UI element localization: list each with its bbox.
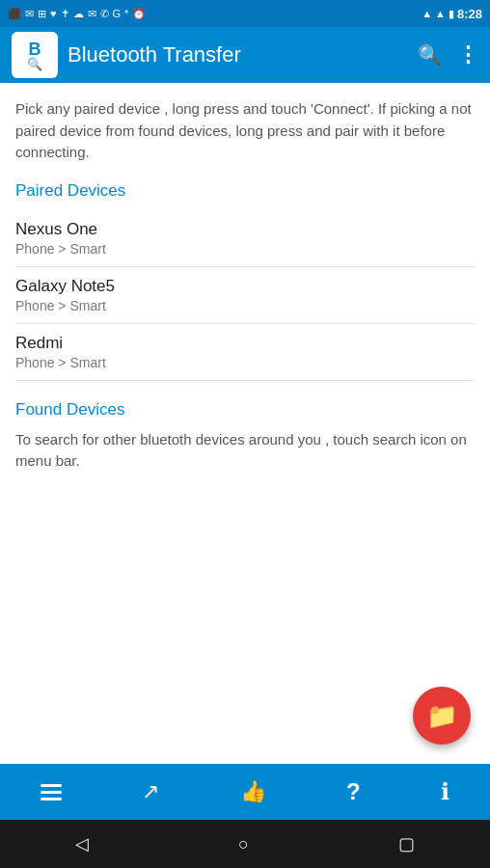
heart-icon: ♥	[50, 8, 57, 19]
logo-letter: B	[29, 41, 41, 58]
google-icon: G	[113, 8, 122, 19]
device-type: Phone > Smart	[15, 355, 475, 370]
nav-info-button[interactable]: ℹ	[429, 773, 461, 811]
cloud-icon: ☁	[73, 8, 84, 20]
share-icon: ↗	[142, 779, 159, 804]
help-icon: ?	[346, 778, 361, 805]
paired-devices-section: Paired Devices Nexus One Phone > Smart G…	[15, 181, 475, 381]
back-button[interactable]: ◁	[60, 827, 104, 860]
fab-button[interactable]	[413, 687, 471, 745]
nav-help-button[interactable]: ?	[335, 773, 372, 811]
main-content: Pick any paired device , long press and …	[0, 83, 490, 764]
nav-share-button[interactable]: ↗	[130, 773, 171, 810]
device-type: Phone > Smart	[15, 241, 475, 257]
wifi-icon: ▲	[435, 8, 446, 19]
clock: 8:28	[457, 7, 482, 21]
nav-like-button[interactable]: 👍	[229, 773, 278, 810]
info-icon: ℹ	[441, 778, 449, 805]
top-app-bar: B 🔍 Bluetooth Transfer	[0, 27, 490, 83]
mail2-icon: ✉	[88, 8, 96, 20]
folder-icon	[426, 701, 457, 731]
paired-devices-title: Paired Devices	[15, 181, 475, 201]
status-bar-right: ▲ ▲ ▮ 8:28	[422, 7, 482, 21]
list-item[interactable]: Nexus One Phone > Smart	[15, 210, 475, 267]
device-type: Phone > Smart	[15, 298, 475, 313]
bluetooth-icon: *	[124, 8, 128, 19]
app-title: Bluetooth Transfer	[68, 42, 418, 68]
grid-icon: ⊞	[38, 8, 46, 20]
nav-menu-button[interactable]	[29, 778, 73, 806]
device-name: Nexus One	[15, 220, 475, 239]
top-bar-actions	[418, 42, 478, 68]
device-name: Redmi	[15, 334, 475, 353]
found-devices-instruction: To search for other bluetoth devices aro…	[15, 429, 475, 473]
search-button[interactable]	[418, 42, 442, 68]
thumbs-up-icon: 👍	[240, 779, 266, 804]
instruction-text: Pick any paired device , long press and …	[15, 98, 475, 164]
recent-apps-button[interactable]: ▢	[383, 827, 430, 860]
more-options-button[interactable]	[457, 42, 478, 68]
notification-icon: ⬛	[8, 8, 21, 20]
menu-lines-icon	[41, 784, 62, 800]
bottom-nav: ↗ 👍 ? ℹ	[0, 764, 490, 820]
signal-icon: ▲	[422, 8, 432, 19]
cross-icon: ✝	[61, 8, 69, 20]
status-bar-left: ⬛ ✉ ⊞ ♥ ✝ ☁ ✉ ✆ G * ⏰	[8, 8, 146, 20]
list-item[interactable]: Galaxy Note5 Phone > Smart	[15, 267, 475, 324]
battery-icon: ▮	[449, 8, 454, 20]
logo-search-icon: 🔍	[27, 58, 42, 70]
mail-icon: ✉	[25, 8, 34, 20]
app-logo: B 🔍	[12, 32, 58, 78]
home-button[interactable]: ○	[223, 828, 264, 860]
phone-icon: ✆	[100, 8, 109, 20]
system-nav-bar: ◁ ○ ▢	[0, 820, 490, 868]
status-bar: ⬛ ✉ ⊞ ♥ ✝ ☁ ✉ ✆ G * ⏰ ▲ ▲ ▮ 8:28	[0, 0, 490, 27]
found-devices-section: Found Devices To search for other blueto…	[15, 400, 475, 473]
list-item[interactable]: Redmi Phone > Smart	[15, 324, 475, 381]
device-name: Galaxy Note5	[15, 277, 475, 296]
alarm-icon: ⏰	[132, 8, 146, 20]
found-devices-title: Found Devices	[15, 400, 475, 420]
